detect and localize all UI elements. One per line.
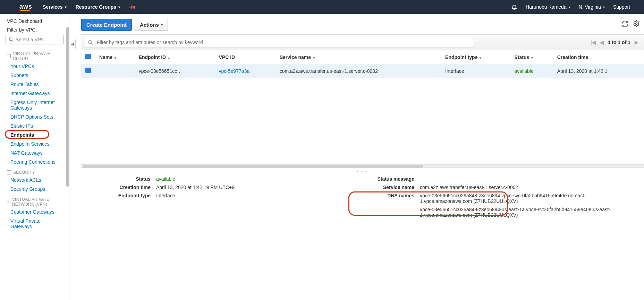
endpoints-table: Name▾ Endpoint ID▴ VPC ID Service name▾ … xyxy=(81,50,644,78)
cell-status: available xyxy=(510,64,553,78)
detail-type-label: Endpoint type xyxy=(88,193,151,198)
pager-first[interactable]: |◀ xyxy=(588,40,598,45)
caret-down-icon: ▾ xyxy=(65,5,67,9)
scrollbar-thumb[interactable] xyxy=(83,165,423,168)
refresh-icon xyxy=(621,20,629,28)
nav-resource-groups-label: Resource Groups xyxy=(76,4,116,10)
sidebar-dashboard[interactable]: VPC Dashboard xyxy=(0,17,69,26)
sidebar-filter-label: Filter by VPC: xyxy=(0,26,69,33)
col-name-label: Name xyxy=(99,54,112,60)
svg-point-0 xyxy=(9,38,12,41)
col-service-name[interactable]: Service name▾ xyxy=(276,50,441,64)
sidebar-item-network-acls[interactable]: Network ACLs xyxy=(0,175,69,185)
sidebar-item-internet-gateways[interactable]: Internet Gateways xyxy=(0,89,69,98)
notifications-icon[interactable] xyxy=(511,4,517,10)
aws-logo-text: aws xyxy=(19,3,32,10)
col-endpoint-id-label: Endpoint ID xyxy=(139,54,166,60)
pager-range: 1 to 1 of 1 xyxy=(606,40,633,45)
sidebar-item-nat-gateways[interactable]: NAT Gateways xyxy=(0,148,69,157)
nav-support-label: Support xyxy=(613,4,630,10)
detail-dns-value-1: vpce-03e56651cc026a848-z3eo6894.vpce-svc… xyxy=(420,193,637,204)
cell-endpoint-id: vpce-03e56651cc… xyxy=(135,64,215,78)
sidebar-section-vpc[interactable]: −VIRTUAL PRIVATE CLOUD xyxy=(0,48,69,62)
row-checkbox[interactable] xyxy=(85,68,91,73)
pager-next[interactable]: ▶ xyxy=(633,40,641,45)
col-endpoint-id[interactable]: Endpoint ID▴ xyxy=(135,50,215,64)
search-box[interactable] xyxy=(85,37,473,48)
col-creation-time[interactable]: Creation time xyxy=(553,50,644,64)
nav-user-label: Harunobu Kameda xyxy=(526,4,567,10)
refresh-button[interactable] xyxy=(621,20,629,28)
detail-service-value: com.a2z.aws.transfer.us-east-1.server.c-… xyxy=(420,185,637,190)
settings-button[interactable] xyxy=(633,20,640,27)
nav-resource-groups[interactable]: Resource Groups▾ xyxy=(76,4,120,10)
sidebar-item-virtual-private-gateways[interactable]: Virtual Private Gateways xyxy=(0,216,69,231)
aws-logo[interactable]: aws xyxy=(19,3,32,11)
sidebar-item-endpoints[interactable]: Endpoints xyxy=(0,130,69,139)
sidebar-collapse-handle[interactable]: ◀ xyxy=(69,39,76,49)
main-panel: Create Endpoint Actions▾ |◀ ◀ 1 to 1 of … xyxy=(69,14,644,300)
sidebar-item-subnets[interactable]: Subnets xyxy=(0,71,69,80)
filter-bar: |◀ ◀ 1 to 1 of 1 ▶ xyxy=(81,34,644,50)
sort-icon: ▾ xyxy=(531,56,533,60)
sidebar-item-customer-gateways[interactable]: Customer Gateways xyxy=(0,207,69,216)
panel-resize-grip[interactable]: ▪ ▪ ▪ xyxy=(81,168,644,175)
sidebar-item-peering[interactable]: Peering Connections xyxy=(0,157,69,166)
sort-asc-icon: ▴ xyxy=(168,56,170,60)
nav-pin[interactable]: 📌 xyxy=(129,4,135,10)
col-vpc-id-label: VPC ID xyxy=(219,54,235,60)
svg-line-1 xyxy=(12,40,13,42)
cell-endpoint-type: Interface xyxy=(441,64,510,78)
table-row[interactable]: vpce-03e56651cc… vpc-5e977a3a com.a2z.aw… xyxy=(81,64,644,78)
create-endpoint-button[interactable]: Create Endpoint xyxy=(81,19,132,31)
sidebar-scrollbar[interactable] xyxy=(66,27,69,187)
sidebar-item-egress-only[interactable]: Egress Only Internet Gateways xyxy=(0,98,69,112)
col-creation-time-label: Creation time xyxy=(557,54,588,60)
collapse-icon: − xyxy=(7,54,11,58)
sidebar-item-elastic-ips[interactable]: Elastic IPs xyxy=(0,121,69,130)
cell-vpc-id-link[interactable]: vpc-5e977a3a xyxy=(219,68,249,74)
caret-down-icon: ▾ xyxy=(603,5,605,9)
svg-point-2 xyxy=(636,23,637,25)
search-input[interactable] xyxy=(96,39,470,45)
sidebar-vpc-select[interactable]: Select a VPC xyxy=(6,35,63,44)
detail-type-value: Interface xyxy=(156,193,303,198)
nav-services-label: Services xyxy=(43,4,63,10)
actions-button[interactable]: Actions▾ xyxy=(135,19,168,31)
col-vpc-id[interactable]: VPC ID xyxy=(214,50,275,64)
top-nav: aws Services▾ Resource Groups▾ 📌 Harunob… xyxy=(0,0,644,14)
detail-status-msg-value xyxy=(420,176,637,182)
svg-line-4 xyxy=(91,43,93,44)
actions-button-label: Actions xyxy=(140,22,159,28)
sidebar-section-security[interactable]: −SECURITY xyxy=(0,166,69,175)
cell-creation-time: April 13, 2020 at 1:42:1 xyxy=(553,64,644,78)
sidebar-item-security-groups[interactable]: Security Groups xyxy=(0,185,69,194)
caret-down-icon: ▾ xyxy=(569,5,570,9)
cell-name xyxy=(95,64,135,78)
detail-service-label: Service name xyxy=(352,185,414,190)
detail-dns-value-2: vpce-03e56651cc026a848-z3eo6894-us-east-… xyxy=(420,207,637,218)
nav-region[interactable]: N. Virginia▾ xyxy=(579,4,605,10)
pager: |◀ ◀ 1 to 1 of 1 ▶ xyxy=(588,40,641,45)
col-service-name-label: Service name xyxy=(280,54,311,60)
collapse-icon: − xyxy=(7,170,11,174)
sidebar-item-endpoint-services[interactable]: Endpoint Services xyxy=(0,139,69,148)
horizontal-scrollbar[interactable] xyxy=(81,164,644,168)
pager-prev[interactable]: ◀ xyxy=(598,40,606,45)
detail-status-value: available xyxy=(156,176,303,182)
pin-icon: 📌 xyxy=(128,3,136,11)
nav-support[interactable]: Support xyxy=(613,4,630,10)
col-endpoint-type[interactable]: Endpoint type▾ xyxy=(441,50,510,64)
sidebar-item-dhcp[interactable]: DHCP Options Sets xyxy=(0,112,69,121)
detail-status-msg-label: Status message xyxy=(352,176,414,182)
detail-creation-label: Creation time xyxy=(88,185,151,190)
col-name[interactable]: Name▾ xyxy=(95,50,135,64)
sidebar-item-your-vpcs[interactable]: Your VPCs xyxy=(0,62,69,71)
col-status[interactable]: Status▾ xyxy=(510,50,553,64)
sidebar-section-vpn[interactable]: −VIRTUAL PRIVATE NETWORK (VPN) xyxy=(0,194,69,207)
select-all-checkbox[interactable] xyxy=(85,54,91,59)
nav-services[interactable]: Services▾ xyxy=(43,4,67,10)
sidebar-section-vpc-label: VIRTUAL PRIVATE CLOUD xyxy=(13,51,62,61)
sidebar-item-route-tables[interactable]: Route Tables xyxy=(0,80,69,89)
nav-user[interactable]: Harunobu Kameda▾ xyxy=(526,4,570,10)
